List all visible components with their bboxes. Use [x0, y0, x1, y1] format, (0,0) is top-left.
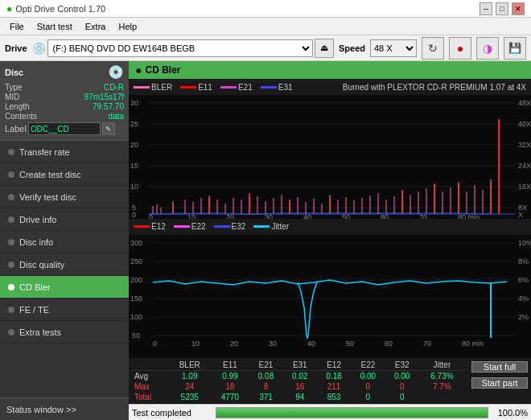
legend-jitter: Jitter [253, 222, 289, 231]
status-window-label: Status window >> [6, 405, 76, 414]
disc-contents-row: Contents data [5, 112, 124, 121]
max-e32: 0 [385, 381, 419, 392]
sidebar-item-cd-bler[interactable]: CD Bler [0, 276, 129, 299]
nav-dot-transfer [8, 149, 14, 155]
menu-extra[interactable]: Extra [79, 20, 113, 33]
col-header-jitter: Jitter [419, 360, 465, 371]
red-button[interactable]: ● [449, 37, 471, 60]
disc-title: Disc [5, 68, 23, 77]
sidebar-item-verify-test-disc[interactable]: Verify test disc [0, 186, 129, 208]
drive-select[interactable]: (F:) BENQ DVD DD EW164B BEGB [47, 39, 313, 57]
stats-row-avg: Avg 1.09 0.99 0.08 0.02 0.18 0.00 0.00 6… [132, 371, 465, 382]
burned-info: Burned with PLEXTOR CD-R PREMIUM 1.07 at… [343, 83, 526, 92]
svg-text:2%: 2% [518, 313, 529, 321]
max-label: Max [132, 381, 168, 392]
contents-value: data [109, 112, 124, 121]
sidebar-item-disc-quality[interactable]: Disc quality [0, 253, 129, 276]
total-e12: 853 [317, 392, 351, 402]
label-input[interactable] [28, 122, 101, 135]
sidebar-item-extra-tests[interactable]: Extra tests [0, 321, 129, 344]
avg-e11: 0.99 [211, 371, 249, 382]
svg-text:8%: 8% [518, 257, 529, 266]
disc-header: Disc 💿 [5, 64, 124, 80]
start-part-button[interactable]: Start part [471, 377, 528, 389]
col-header-e22: E22 [351, 360, 385, 371]
sidebar-label-fe-te: FE / TE [19, 305, 49, 315]
speed-select[interactable]: 48 X [370, 39, 417, 57]
legend-color-e31 [261, 86, 277, 89]
drive-bar: Drive 💿 (F:) BENQ DVD DD EW164B BEGB ⏏ S… [0, 35, 531, 61]
total-e21: 371 [249, 392, 282, 402]
start-full-button[interactable]: Start full [471, 361, 528, 373]
legend-color-e11 [180, 86, 196, 89]
progress-bar-inner [216, 408, 488, 418]
minimize-button[interactable]: ─ [480, 2, 492, 15]
disc-panel: Disc 💿 Type CD-R MID 97m15s17f Length 79… [0, 61, 129, 141]
col-header-e32: E32 [385, 360, 419, 371]
svg-text:40: 40 [307, 340, 315, 348]
sidebar-item-drive-info[interactable]: Drive info [0, 208, 129, 231]
svg-text:25: 25 [130, 120, 138, 128]
sidebar-item-disc-info[interactable]: Disc info [0, 231, 129, 253]
svg-text:20: 20 [130, 141, 138, 149]
refresh-button[interactable]: ↻ [422, 37, 444, 60]
svg-text:200: 200 [130, 276, 142, 284]
legend-e21: E21 [220, 83, 253, 92]
nav-dot-extra [8, 329, 14, 336]
sidebar-label-extra-tests: Extra tests [19, 327, 61, 337]
close-button[interactable]: ✕ [512, 2, 525, 15]
svg-text:15: 15 [130, 162, 138, 170]
svg-text:300: 300 [130, 239, 142, 247]
disc-length-row: Length 79:57.70 [5, 102, 124, 111]
length-value: 79:57.70 [93, 102, 124, 111]
disc-mid-row: MID 97m15s17f [5, 93, 124, 101]
svg-text:20: 20 [230, 340, 238, 348]
legend-label-e32: E32 [232, 222, 246, 231]
legend-bler: BLER [134, 83, 172, 92]
legend-color-e12 [134, 225, 150, 228]
nav-dot-create [8, 171, 14, 178]
sidebar-item-transfer-rate[interactable]: Transfer rate [0, 141, 129, 163]
svg-text:80 min: 80 min [462, 340, 484, 348]
total-e11: 4770 [211, 392, 249, 402]
svg-text:60: 60 [385, 340, 393, 348]
col-header-e12: E12 [317, 360, 351, 371]
legend-bottom: E12 E22 E32 Jitter [129, 219, 531, 235]
label-edit-button[interactable]: ✎ [102, 122, 115, 135]
svg-text:40X: 40X [518, 120, 531, 128]
svg-text:150: 150 [130, 294, 142, 303]
svg-text:6%: 6% [518, 276, 529, 284]
menu-file[interactable]: File [3, 20, 31, 33]
legend-label-e12: E12 [151, 222, 166, 231]
svg-text:24X: 24X [518, 162, 531, 170]
col-header-e21: E21 [249, 360, 282, 371]
stats-row-total: Total 5235 4770 371 94 853 0 0 [132, 392, 465, 402]
avg-e21: 0.08 [249, 371, 282, 382]
menu-help[interactable]: Help [112, 20, 143, 33]
sidebar-label-create-test-disc: Create test disc [19, 170, 80, 179]
col-header-e31: E31 [283, 360, 317, 371]
stats-area: BLER E11 E21 E31 E12 E22 E32 Jitter Avg [129, 358, 531, 404]
chart-header: ● CD Bler [129, 61, 531, 79]
avg-jitter: 6.73% [419, 371, 465, 382]
svg-text:250: 250 [130, 257, 142, 266]
save-button[interactable]: 💾 [504, 37, 526, 60]
menu-start-test[interactable]: Start test [31, 20, 79, 33]
legend-label-e21: E21 [238, 83, 253, 92]
eject-button[interactable]: ⏏ [315, 39, 334, 58]
sidebar: Disc 💿 Type CD-R MID 97m15s17f Length 79… [0, 61, 129, 420]
legend-e32: E32 [214, 222, 246, 231]
svg-text:50: 50 [346, 340, 354, 348]
mid-value: 97m15s17f [84, 93, 124, 101]
legend-label-e31: E31 [278, 83, 293, 92]
svg-text:48X: 48X [518, 99, 531, 107]
status-window-button[interactable]: Status window >> [0, 397, 129, 420]
sidebar-item-fe-te[interactable]: FE / TE [0, 299, 129, 321]
speed-label: Speed [339, 43, 365, 53]
pink-button[interactable]: ◑ [476, 37, 499, 60]
legend-color-bler [134, 86, 150, 89]
nav-dot-fe-te [8, 307, 14, 313]
maximize-button[interactable]: □ [496, 2, 508, 15]
nav-dot-disc-quality [8, 261, 14, 268]
sidebar-item-create-test-disc[interactable]: Create test disc [0, 163, 129, 186]
